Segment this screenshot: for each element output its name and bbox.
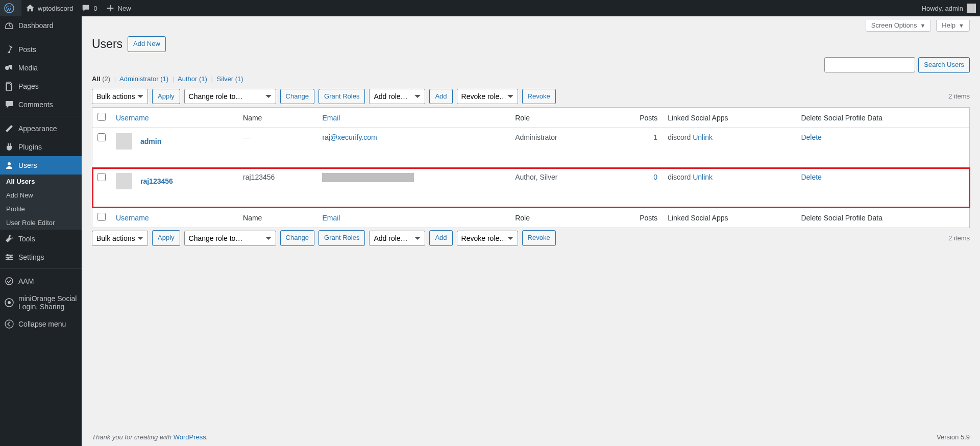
- role-filters: All (2) | Administrator (1) | Author (1)…: [92, 75, 970, 83]
- col-name: Name: [238, 208, 317, 228]
- comment-icon: [4, 100, 14, 110]
- settings-icon: [4, 252, 14, 262]
- aam-icon: [4, 276, 14, 280]
- col-linked: Linked Social Apps: [663, 208, 796, 228]
- col-delete-social: Delete Social Profile Data: [796, 208, 969, 228]
- delete-link[interactable]: Delete: [801, 133, 821, 141]
- revoke-button[interactable]: Revoke: [522, 89, 556, 105]
- grant-roles-button[interactable]: Grant Roles: [318, 230, 365, 246]
- row-checkbox[interactable]: [97, 173, 106, 181]
- site-link[interactable]: wptodiscord: [21, 0, 77, 16]
- username-link[interactable]: raj123456: [140, 177, 173, 185]
- add-role-select[interactable]: Add role…: [369, 231, 425, 246]
- col-email[interactable]: Email: [322, 214, 340, 222]
- posts-link[interactable]: 0: [653, 173, 657, 181]
- howdy-text: Howdy, admin: [922, 5, 963, 12]
- sidebar-item-users[interactable]: Users: [0, 156, 82, 175]
- filter-author[interactable]: Author (1): [178, 75, 207, 83]
- search-users-input[interactable]: [824, 57, 915, 72]
- submenu-add-new[interactable]: Add New: [0, 188, 82, 202]
- submenu-profile[interactable]: Profile: [0, 202, 82, 216]
- col-delete-social: Delete Social Profile Data: [796, 108, 969, 128]
- wp-logo[interactable]: [0, 0, 21, 16]
- name-cell: raj123456: [238, 168, 317, 208]
- sidebar-item-tools[interactable]: Tools: [0, 230, 82, 248]
- change-role-select[interactable]: Change role to…: [184, 231, 276, 246]
- sidebar-item-media[interactable]: Media: [0, 59, 82, 77]
- app-label: discord: [668, 173, 693, 181]
- name-cell: —: [238, 128, 317, 168]
- apply-button[interactable]: Apply: [152, 89, 180, 105]
- svg-point-5: [7, 254, 9, 256]
- submenu-all-users[interactable]: All Users: [0, 175, 82, 188]
- svg-point-8: [6, 278, 13, 280]
- avatar-icon: [967, 4, 976, 13]
- svg-point-6: [10, 256, 12, 258]
- dashboard-icon: [4, 20, 14, 31]
- change-button[interactable]: Change: [280, 230, 315, 246]
- bulk-actions-select[interactable]: Bulk actions: [92, 231, 148, 246]
- admin-sidebar: DashboardPostsMediaPagesCommentsAppearan…: [0, 16, 82, 280]
- change-role-select[interactable]: Change role to…: [184, 89, 276, 104]
- filter-silver[interactable]: Silver (1): [217, 75, 243, 83]
- search-users-button[interactable]: Search Users: [918, 57, 970, 73]
- svg-point-7: [7, 258, 9, 260]
- col-username[interactable]: Username: [116, 114, 149, 122]
- col-posts: Posts: [609, 108, 663, 128]
- tools-icon: [4, 234, 14, 244]
- username-link[interactable]: admin: [140, 137, 161, 145]
- bulk-actions-select[interactable]: Bulk actions: [92, 89, 148, 104]
- submenu-user-role-editor[interactable]: User Role Editor: [0, 216, 82, 230]
- sidebar-item-comments[interactable]: Comments: [0, 95, 82, 114]
- appearance-icon: [4, 123, 14, 134]
- sidebar-item-settings[interactable]: Settings: [0, 248, 82, 266]
- add-button[interactable]: Add: [429, 230, 452, 246]
- site-name: wptodiscord: [38, 5, 73, 12]
- users-icon: [4, 160, 14, 170]
- unlink-link[interactable]: Unlink: [693, 173, 713, 181]
- grant-roles-button[interactable]: Grant Roles: [318, 89, 365, 105]
- avatar-icon: [116, 173, 132, 189]
- filter-admin[interactable]: Administrator (1): [119, 75, 168, 83]
- plugin-icon: [4, 142, 14, 152]
- sidebar-item-appearance[interactable]: Appearance: [0, 119, 82, 138]
- sidebar-item-pages[interactable]: Pages: [0, 77, 82, 95]
- sidebar-item-dashboard[interactable]: Dashboard: [0, 16, 82, 35]
- select-all-checkbox[interactable]: [97, 213, 106, 221]
- col-posts: Posts: [609, 208, 663, 228]
- col-username[interactable]: Username: [116, 214, 149, 222]
- add-new-button[interactable]: Add New: [128, 36, 166, 52]
- revoke-role-select[interactable]: Revoke role…: [457, 231, 518, 246]
- col-role: Role: [510, 208, 609, 228]
- revoke-role-select[interactable]: Revoke role…: [457, 89, 518, 104]
- table-row: admin—raj@xecurify.comAdministrator1disc…: [92, 128, 970, 168]
- col-email[interactable]: Email: [322, 114, 340, 122]
- row-checkbox[interactable]: [97, 133, 106, 141]
- add-button[interactable]: Add: [429, 89, 452, 105]
- delete-link[interactable]: Delete: [801, 173, 821, 181]
- sidebar-item-plugins[interactable]: Plugins: [0, 138, 82, 156]
- add-role-select[interactable]: Add role…: [369, 89, 425, 104]
- apply-button[interactable]: Apply: [152, 230, 180, 246]
- revoke-button[interactable]: Revoke: [522, 230, 556, 246]
- help-tab[interactable]: Help▼: [936, 20, 970, 32]
- howdy-link[interactable]: Howdy, admin: [918, 0, 980, 16]
- select-all-checkbox[interactable]: [97, 113, 106, 121]
- comments-link[interactable]: 0: [77, 0, 101, 16]
- items-count: 2 items: [948, 234, 970, 242]
- unlink-link[interactable]: Unlink: [693, 133, 713, 141]
- posts-link[interactable]: 1: [653, 133, 657, 141]
- email-link[interactable]: raj@xecurify.com: [322, 133, 377, 141]
- change-button[interactable]: Change: [280, 89, 315, 105]
- app-label: discord: [668, 133, 693, 141]
- svg-point-0: [5, 4, 14, 13]
- new-link[interactable]: New: [102, 0, 135, 16]
- caret-down-icon: ▼: [959, 22, 964, 29]
- caret-down-icon: ▼: [920, 22, 925, 29]
- users-table: UsernameNameEmailRolePostsLinked Social …: [92, 107, 970, 228]
- redacted-email: [322, 173, 414, 182]
- sidebar-item-aam[interactable]: AAM: [0, 272, 82, 280]
- sidebar-item-posts[interactable]: Posts: [0, 40, 82, 59]
- table-row: raj123456raj123456Author, Silver0discord…: [92, 168, 970, 208]
- screen-options-tab[interactable]: Screen Options▼: [866, 20, 932, 32]
